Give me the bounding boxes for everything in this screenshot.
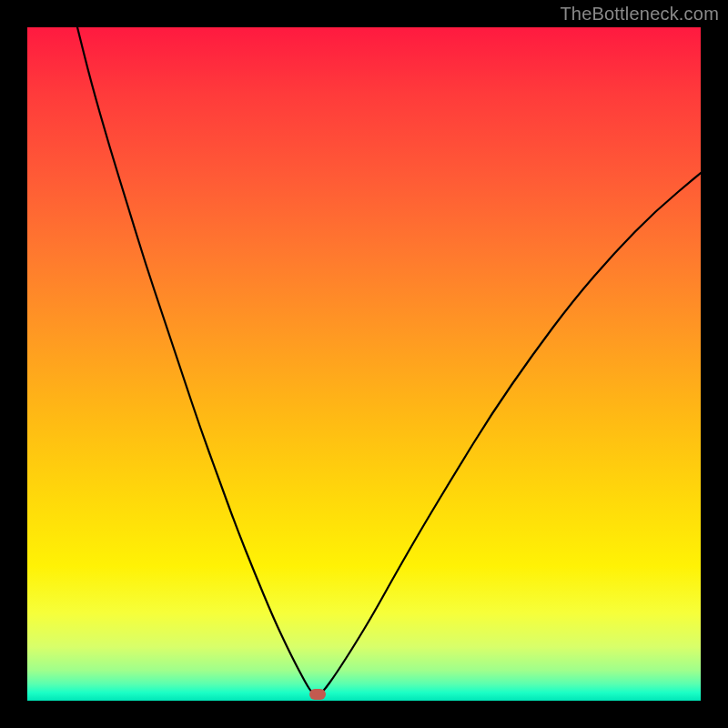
curve-svg	[27, 27, 701, 701]
curve-right-branch	[320, 173, 701, 694]
plot-area	[27, 27, 701, 701]
curve-left-branch	[77, 27, 315, 694]
watermark-text: TheBottleneck.com	[560, 4, 719, 25]
minimum-marker	[309, 689, 326, 700]
chart-frame: TheBottleneck.com	[0, 0, 728, 728]
